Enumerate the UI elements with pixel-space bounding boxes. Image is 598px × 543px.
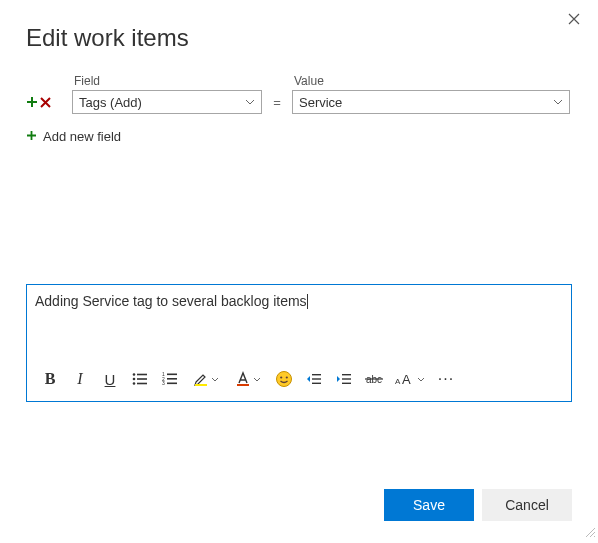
svg-rect-22 bbox=[342, 383, 351, 384]
svg-text:A: A bbox=[402, 372, 411, 386]
editor-toolbar: B I U 1 2 3 bbox=[27, 359, 571, 401]
svg-point-0 bbox=[133, 373, 136, 376]
indent-button[interactable] bbox=[329, 365, 359, 393]
rich-text-editor[interactable]: Adding Service tag to several backlog it… bbox=[26, 284, 572, 402]
svg-rect-20 bbox=[342, 374, 351, 375]
outdent-button[interactable] bbox=[299, 365, 329, 393]
svg-rect-21 bbox=[342, 378, 351, 379]
svg-rect-18 bbox=[312, 378, 321, 379]
strikethrough-button[interactable]: abc bbox=[359, 365, 389, 393]
chevron-down-icon bbox=[211, 377, 219, 382]
svg-rect-11 bbox=[167, 383, 177, 385]
svg-line-29 bbox=[594, 536, 595, 537]
more-button[interactable]: ··· bbox=[431, 365, 461, 393]
svg-point-15 bbox=[280, 376, 282, 378]
emoji-button[interactable] bbox=[269, 365, 299, 393]
svg-point-16 bbox=[286, 376, 288, 378]
svg-rect-17 bbox=[312, 374, 321, 375]
close-icon[interactable] bbox=[568, 12, 580, 28]
field-column-label: Field bbox=[72, 74, 262, 88]
value-dropdown-value: Service bbox=[299, 95, 342, 110]
dialog-title: Edit work items bbox=[26, 24, 572, 52]
svg-rect-12 bbox=[195, 384, 207, 386]
italic-button[interactable]: I bbox=[65, 365, 95, 393]
numbered-list-button[interactable]: 1 2 3 bbox=[155, 365, 185, 393]
svg-rect-3 bbox=[137, 378, 147, 380]
value-dropdown[interactable]: Service bbox=[292, 90, 570, 114]
highlight-button[interactable] bbox=[185, 365, 227, 393]
svg-rect-13 bbox=[237, 384, 249, 386]
svg-point-4 bbox=[133, 382, 136, 385]
svg-rect-5 bbox=[137, 383, 147, 385]
add-new-field-label: Add new field bbox=[43, 129, 121, 144]
font-size-button[interactable]: A A bbox=[389, 365, 431, 393]
underline-button[interactable]: U bbox=[95, 365, 125, 393]
field-dropdown[interactable]: Tags (Add) bbox=[72, 90, 262, 114]
svg-rect-19 bbox=[312, 383, 321, 384]
svg-line-27 bbox=[586, 528, 595, 537]
add-row-icon[interactable] bbox=[26, 94, 38, 111]
svg-rect-9 bbox=[167, 378, 177, 380]
equals-label: = bbox=[262, 95, 292, 114]
add-new-field-button[interactable]: Add new field bbox=[26, 128, 572, 144]
chevron-down-icon bbox=[253, 377, 261, 382]
field-row: Field Tags (Add) = Value Service bbox=[26, 74, 572, 114]
remove-row-icon[interactable] bbox=[40, 95, 51, 111]
svg-point-14 bbox=[277, 372, 292, 387]
field-dropdown-value: Tags (Add) bbox=[79, 95, 142, 110]
save-button[interactable]: Save bbox=[384, 489, 474, 521]
bullet-list-button[interactable] bbox=[125, 365, 155, 393]
chevron-down-icon bbox=[417, 377, 425, 382]
editor-text: Adding Service tag to several backlog it… bbox=[35, 293, 307, 309]
resize-grip-icon[interactable] bbox=[584, 526, 596, 541]
svg-rect-1 bbox=[137, 374, 147, 376]
chevron-down-icon bbox=[245, 99, 255, 105]
svg-text:3: 3 bbox=[162, 380, 165, 386]
value-column-label: Value bbox=[292, 74, 570, 88]
editor-content[interactable]: Adding Service tag to several backlog it… bbox=[27, 285, 571, 359]
svg-point-2 bbox=[133, 378, 136, 381]
chevron-down-icon bbox=[553, 99, 563, 105]
svg-text:A: A bbox=[395, 377, 401, 386]
svg-rect-7 bbox=[167, 374, 177, 376]
bold-button[interactable]: B bbox=[35, 365, 65, 393]
cancel-button[interactable]: Cancel bbox=[482, 489, 572, 521]
plus-icon bbox=[26, 128, 37, 144]
font-color-button[interactable] bbox=[227, 365, 269, 393]
